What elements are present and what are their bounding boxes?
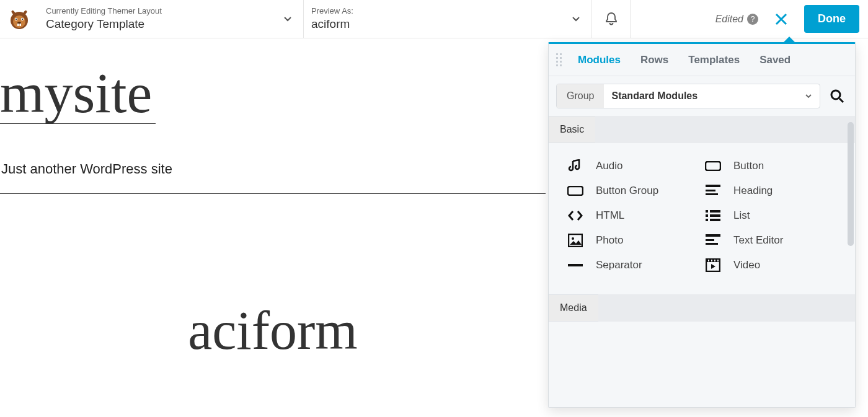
logo-block: [0, 0, 38, 38]
svg-rect-19: [706, 219, 708, 221]
svg-rect-31: [714, 260, 715, 261]
svg-rect-13: [706, 190, 715, 191]
svg-rect-32: [717, 260, 719, 261]
panel-tabs: Modules Rows Templates Saved: [549, 44, 855, 76]
preview-value: aciform: [311, 17, 353, 32]
svg-rect-17: [706, 214, 708, 217]
layout-name: Category Template: [46, 17, 162, 32]
module-heading[interactable]: Heading: [705, 184, 836, 198]
chevron-down-icon: [805, 92, 812, 100]
edited-status[interactable]: Edited ?: [715, 14, 758, 25]
top-toolbar: Currently Editing Themer Layout Category…: [0, 0, 868, 38]
beaver-logo-icon: [8, 8, 30, 30]
close-icon: [774, 12, 788, 26]
svg-rect-15: [706, 210, 708, 213]
preview-canvas: mysite Just another WordPress site acifo…: [0, 38, 868, 417]
content-panel: Modules Rows Templates Saved Group Stand…: [548, 42, 856, 408]
button-icon: [705, 159, 721, 173]
svg-rect-29: [708, 260, 709, 261]
group-label: Group: [557, 84, 604, 108]
svg-rect-16: [710, 210, 720, 213]
svg-rect-26: [568, 264, 583, 266]
group-select[interactable]: Group Standard Modules: [556, 84, 820, 108]
done-button[interactable]: Done: [804, 5, 859, 33]
section-header-basic[interactable]: Basic: [549, 116, 595, 143]
svg-rect-20: [710, 219, 720, 221]
module-audio[interactable]: Audio: [567, 159, 699, 173]
module-separator[interactable]: Separator: [567, 258, 699, 272]
section-header-media[interactable]: Media: [549, 294, 598, 322]
svg-rect-30: [711, 260, 712, 261]
module-label: Video: [733, 259, 760, 271]
group-value: Standard Modules: [604, 84, 820, 108]
svg-rect-23: [706, 234, 720, 237]
tab-modules[interactable]: Modules: [569, 49, 629, 71]
svg-rect-8: [20, 24, 22, 26]
svg-rect-7: [17, 24, 19, 26]
help-icon[interactable]: ?: [747, 14, 758, 25]
svg-rect-10: [706, 162, 720, 170]
bell-icon: [604, 12, 618, 27]
divider: [0, 193, 546, 194]
video-icon: [705, 258, 721, 272]
module-text-editor[interactable]: Text Editor: [705, 234, 836, 247]
chevron-down-icon[interactable]: [280, 11, 296, 27]
panel-scroll-area: Basic Audio Button Button Group Heading: [549, 116, 855, 407]
preview-as-selector[interactable]: Preview As: aciform: [304, 0, 592, 38]
module-label: Text Editor: [733, 234, 783, 247]
button-group-icon: [567, 184, 583, 198]
module-button[interactable]: Button: [705, 159, 836, 173]
photo-icon: [567, 234, 583, 247]
close-button[interactable]: [769, 10, 793, 29]
module-label: HTML: [596, 209, 624, 222]
status-text: Edited: [715, 14, 743, 25]
module-label: Separator: [596, 259, 642, 271]
separator-icon: [567, 258, 583, 272]
tab-templates[interactable]: Templates: [680, 49, 748, 71]
module-html[interactable]: HTML: [567, 209, 699, 222]
drag-handle-icon[interactable]: [556, 53, 562, 66]
module-label: Photo: [596, 234, 623, 247]
tab-saved[interactable]: Saved: [751, 49, 799, 71]
module-label: Button: [733, 160, 764, 172]
svg-rect-12: [706, 185, 720, 187]
module-grid-basic: Audio Button Button Group Heading HTML: [549, 143, 855, 294]
panel-filter-row: Group Standard Modules: [549, 76, 855, 116]
svg-point-22: [572, 237, 574, 240]
module-label: Audio: [596, 160, 622, 172]
site-title[interactable]: mysite: [0, 63, 156, 124]
svg-rect-11: [568, 187, 583, 195]
html-icon: [567, 209, 583, 222]
module-label: Button Group: [596, 185, 658, 197]
scrollbar-thumb[interactable]: [848, 122, 854, 246]
layout-selector[interactable]: Currently Editing Themer Layout Category…: [38, 0, 304, 38]
tab-rows[interactable]: Rows: [632, 49, 677, 71]
svg-point-4: [16, 19, 17, 20]
svg-point-5: [22, 19, 23, 20]
module-label: Heading: [733, 185, 773, 197]
chevron-down-icon[interactable]: [568, 11, 584, 27]
heading-icon: [705, 184, 721, 198]
group-selected-text: Standard Modules: [611, 90, 698, 102]
module-video[interactable]: Video: [705, 258, 836, 272]
text-editor-icon: [705, 234, 721, 247]
preview-label: Preview As:: [311, 6, 353, 17]
list-icon: [705, 209, 721, 222]
svg-rect-18: [710, 214, 720, 217]
search-icon: [829, 88, 845, 104]
svg-rect-14: [706, 193, 718, 195]
module-list[interactable]: List: [705, 209, 836, 222]
svg-rect-24: [706, 239, 714, 241]
panel-arrow: [782, 37, 797, 44]
svg-rect-25: [706, 243, 718, 245]
module-photo[interactable]: Photo: [567, 234, 699, 247]
audio-icon: [567, 159, 583, 173]
notifications-button[interactable]: [592, 0, 631, 38]
search-button[interactable]: [826, 86, 848, 107]
module-button-group[interactable]: Button Group: [567, 184, 699, 198]
editing-label: Currently Editing Themer Layout: [46, 6, 162, 17]
module-label: List: [733, 209, 750, 222]
svg-point-9: [831, 90, 840, 99]
category-heading: aciform: [0, 299, 546, 362]
